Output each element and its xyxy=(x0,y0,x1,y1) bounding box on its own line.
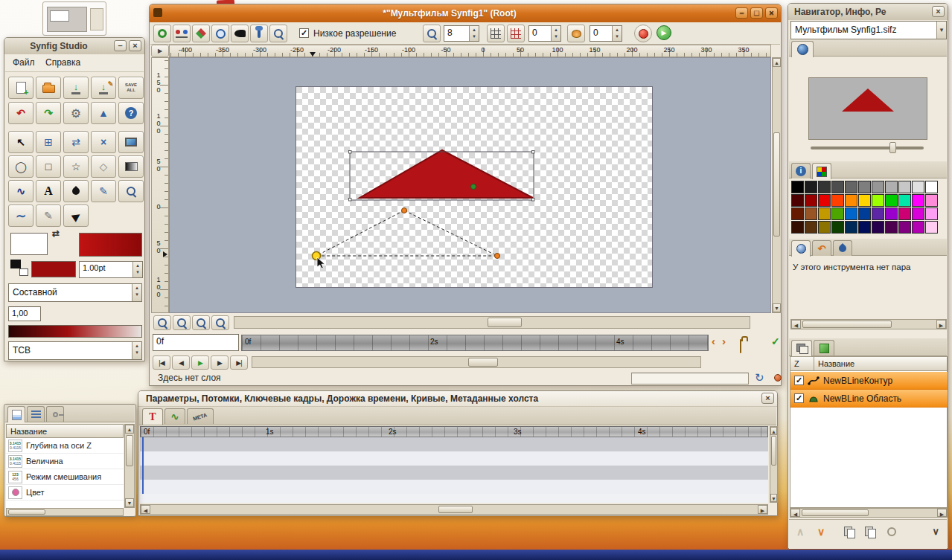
record-button[interactable] xyxy=(634,25,652,42)
draw-tool-button[interactable]: ✎ xyxy=(91,180,116,202)
mirror-tool-button[interactable]: ⇄ xyxy=(63,131,89,153)
fill-color-swatch[interactable] xyxy=(79,233,142,257)
bird-tool-button[interactable]: ▶ xyxy=(63,205,89,227)
palette-swatch[interactable] xyxy=(818,181,831,193)
toolbox-titlebar[interactable]: Synfig Studio – × xyxy=(4,38,144,54)
ruler-corner-button[interactable]: ▶ xyxy=(151,45,169,57)
layer-checkbox[interactable]: ✓ xyxy=(794,393,804,403)
spin-up-icon[interactable]: ▴ xyxy=(552,26,560,33)
color-model-select[interactable]: ТСВ ▴▾ xyxy=(8,341,142,360)
open-file-button[interactable] xyxy=(36,77,61,99)
next-frame-button[interactable]: ▶ xyxy=(211,355,229,370)
canvas-horizontal-scrollbar[interactable] xyxy=(234,316,750,329)
spline-vertex-handle[interactable] xyxy=(402,208,407,213)
palette-swatch[interactable] xyxy=(818,207,831,220)
tab-parameters[interactable] xyxy=(7,406,25,422)
palette-swatch[interactable] xyxy=(805,207,817,220)
timetrack-ruler[interactable]: 0f1s2s3s4s xyxy=(140,426,768,437)
spin-up-icon[interactable]: ▴ xyxy=(133,262,142,268)
transform-tool-button[interactable]: ↖ xyxy=(8,131,33,153)
palette-swatch[interactable] xyxy=(858,221,871,234)
taskbar[interactable] xyxy=(0,550,952,560)
pencil-tool-button[interactable]: ✎ xyxy=(36,205,61,227)
palette-swatch[interactable] xyxy=(872,221,884,234)
palette-swatch[interactable] xyxy=(898,181,911,193)
scrollbar-thumb[interactable] xyxy=(468,358,498,367)
scroll-down-icon[interactable]: ▼ xyxy=(770,494,777,502)
canvas-titlebar[interactable]: *"Мультфильм Synfig1" (Root) – □ × xyxy=(150,4,781,22)
palette-swatch[interactable] xyxy=(912,207,924,220)
palette-swatch[interactable] xyxy=(805,221,817,234)
palette-swatch[interactable] xyxy=(831,221,844,234)
menu-help[interactable]: Справка xyxy=(42,57,83,68)
layer-name-header[interactable]: Название xyxy=(814,356,948,371)
scrollbar-thumb[interactable] xyxy=(802,321,892,328)
palette-swatch[interactable] xyxy=(818,194,831,207)
scroll-left-icon[interactable]: ◀ xyxy=(791,320,801,329)
selection-corner-handle[interactable] xyxy=(532,199,535,202)
refresh-icon[interactable]: ↻ xyxy=(755,371,764,384)
brush-size-steppers[interactable]: ▴▾ xyxy=(132,262,142,277)
brush-preview-swatch[interactable] xyxy=(31,261,76,277)
quality-spinner[interactable]: 8 ▴▾ xyxy=(444,25,479,42)
palette-swatch[interactable] xyxy=(805,194,817,207)
palette-swatch[interactable] xyxy=(898,221,911,234)
palette-swatch[interactable] xyxy=(925,207,938,220)
palette-swatch[interactable] xyxy=(898,207,911,220)
tab-navigator[interactable] xyxy=(791,41,814,57)
seek-begin-button[interactable]: |◀ xyxy=(153,355,170,370)
new-file-button[interactable]: + xyxy=(8,77,33,99)
close-button[interactable]: × xyxy=(129,40,141,51)
minimize-button[interactable]: – xyxy=(735,7,748,19)
layer-row[interactable]: ✓NewBLine Область xyxy=(790,390,948,408)
scrollbar-thumb[interactable] xyxy=(8,509,45,515)
scroll-down-icon[interactable]: ▼ xyxy=(773,303,781,312)
navigator-titlebar[interactable]: Навигатор, Инфо, Ре × xyxy=(788,4,948,20)
rectangle-tool-button[interactable]: □ xyxy=(36,155,61,178)
default-colors-button[interactable] xyxy=(10,260,28,276)
palette-swatch[interactable] xyxy=(925,181,938,193)
star-tool-button[interactable]: ☆ xyxy=(63,155,89,178)
scrollbar-thumb[interactable] xyxy=(126,435,133,466)
blend-method-arrows[interactable]: ▴▾ xyxy=(132,284,141,301)
canvas-vertical-scrollbar[interactable]: ▲ ▼ xyxy=(772,57,782,313)
scrollbar-thumb[interactable] xyxy=(488,318,522,327)
scrollbar-thumb[interactable] xyxy=(438,506,473,513)
scroll-up-icon[interactable]: ▲ xyxy=(125,425,134,434)
navigator-thumbnail[interactable] xyxy=(808,77,927,140)
timetrack-ok-icon[interactable]: ✓ xyxy=(771,335,780,347)
menu-file[interactable]: Файл xyxy=(10,57,38,68)
tab-info[interactable]: i xyxy=(791,163,811,178)
palette-swatch[interactable] xyxy=(872,207,884,220)
params-titlebar[interactable]: Параметры, Потомки, Ключевые кадры, Доро… xyxy=(138,391,777,407)
close-button[interactable]: × xyxy=(765,7,778,19)
spline-active-vertex-handle[interactable] xyxy=(313,252,321,260)
palette-swatch[interactable] xyxy=(845,221,857,234)
zoom-tool-button[interactable] xyxy=(118,180,144,202)
file-selector[interactable]: Мультфильм Synfig1.sifz ▾ xyxy=(790,21,947,39)
spin-down-icon[interactable]: ▾ xyxy=(552,33,560,39)
palette-swatch[interactable] xyxy=(872,181,884,193)
text-tool-button[interactable]: A xyxy=(36,180,61,202)
spin-down-icon[interactable]: ▾ xyxy=(132,291,141,297)
timebar[interactable]: 0f2s4s xyxy=(241,335,709,351)
red-triangle-layer[interactable] xyxy=(360,150,533,198)
tab-history[interactable]: ↶ xyxy=(812,240,831,256)
width-tool-button[interactable] xyxy=(63,180,89,202)
param-horizontal-scrollbar[interactable] xyxy=(6,508,124,516)
spin-up-icon[interactable]: ▴ xyxy=(470,26,479,33)
tab-palette[interactable] xyxy=(812,163,831,179)
layer-horizontal-scrollbar[interactable]: ◀ ▶ xyxy=(790,508,948,518)
opacity-field[interactable]: 1,00 xyxy=(8,306,41,321)
future-onion-steppers[interactable]: ▴▾ xyxy=(612,26,622,41)
settings-button[interactable]: ⚙ xyxy=(63,102,89,124)
canvas-workarea[interactable] xyxy=(169,57,771,313)
tab-canvas-browser[interactable] xyxy=(833,240,852,256)
file-selector-arrow[interactable]: ▾ xyxy=(936,22,946,39)
param-row[interactable]: 123456Режим смешивания xyxy=(6,469,124,485)
zoom-area-button[interactable] xyxy=(269,25,287,42)
palette-swatch[interactable] xyxy=(831,194,844,207)
scale-tool-button[interactable]: × xyxy=(91,131,116,153)
palette-swatch[interactable] xyxy=(791,194,804,207)
tab-keyframes[interactable] xyxy=(46,406,64,422)
